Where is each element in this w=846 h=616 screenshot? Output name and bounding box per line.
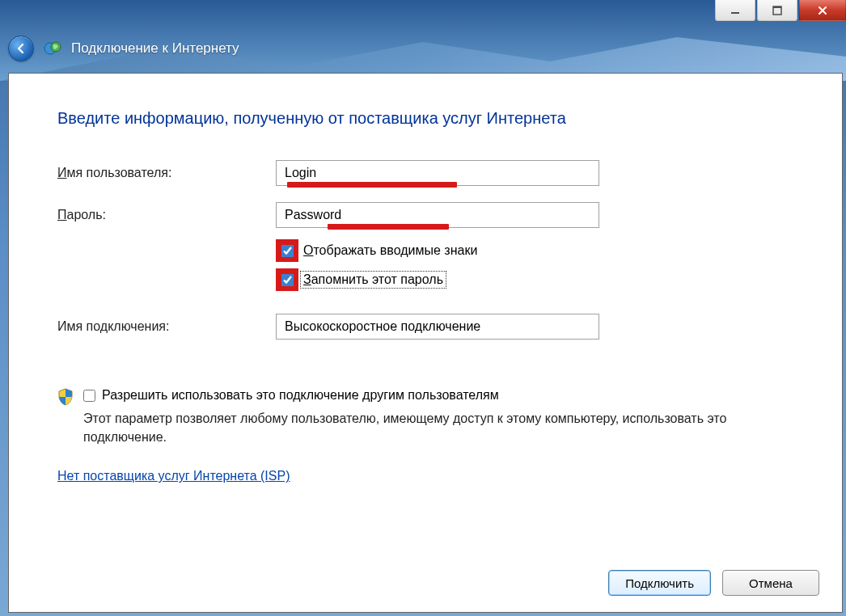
annotation-highlight xyxy=(276,239,298,262)
page-heading: Введите информацию, полученную от постав… xyxy=(57,109,793,128)
globe-icon xyxy=(44,40,61,57)
allow-others-content: Разрешить использовать это подключение д… xyxy=(83,388,793,446)
remember-password-row: Запомнить этот пароль xyxy=(276,268,793,291)
username-row: Имя пользователя: xyxy=(57,160,793,186)
no-isp-link[interactable]: Нет поставщика услуг Интернета (ISP) xyxy=(57,469,290,483)
allow-others-checkbox[interactable] xyxy=(83,390,95,402)
wizard-panel: Введите информацию, полученную от постав… xyxy=(8,73,843,613)
shield-icon xyxy=(57,388,74,406)
password-label: Пароль: xyxy=(57,208,276,222)
svg-rect-2 xyxy=(773,6,781,8)
username-label: Имя пользователя: xyxy=(57,166,276,180)
connection-name-input[interactable] xyxy=(276,314,599,340)
annotation-underline xyxy=(328,224,449,230)
remember-password-checkbox[interactable] xyxy=(281,274,294,286)
remember-password-label: Запомнить этот пароль xyxy=(302,272,445,287)
close-button[interactable] xyxy=(799,0,846,21)
maximize-button[interactable] xyxy=(757,0,797,21)
wizard-header: Подключение к Интернету xyxy=(8,32,239,65)
connection-name-label: Имя подключения: xyxy=(57,319,276,334)
button-row: Подключить Отмена xyxy=(608,570,819,596)
annotation-underline xyxy=(287,182,457,188)
show-characters-row: Отображать вводимые знаки xyxy=(276,239,793,262)
cancel-button[interactable]: Отмена xyxy=(722,570,819,596)
window-chrome xyxy=(715,0,846,21)
window-title: Подключение к Интернету xyxy=(71,40,239,57)
svg-rect-0 xyxy=(731,12,739,14)
annotation-highlight xyxy=(276,268,298,291)
back-button[interactable] xyxy=(8,36,34,61)
allow-others-description: Этот параметр позволяет любому пользоват… xyxy=(83,409,793,446)
minimize-button[interactable] xyxy=(715,0,755,21)
connection-name-row: Имя подключения: xyxy=(57,314,793,340)
allow-others-row: Разрешить использовать это подключение д… xyxy=(57,388,793,446)
allow-others-label: Разрешить использовать это подключение д… xyxy=(102,388,499,403)
password-options: Отображать вводимые знаки Запомнить этот… xyxy=(276,239,793,291)
password-row: Пароль: xyxy=(57,202,793,228)
show-characters-label: Отображать вводимые знаки xyxy=(302,243,479,258)
connect-button[interactable]: Подключить xyxy=(608,570,711,596)
show-characters-checkbox[interactable] xyxy=(281,245,294,257)
